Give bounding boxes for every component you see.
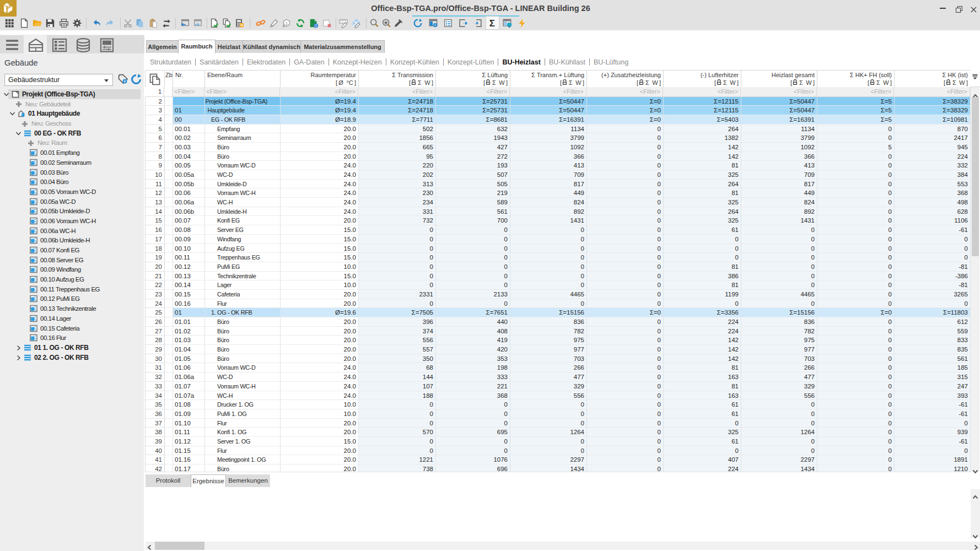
- svg-text:1: 1: [286, 21, 288, 26]
- svg-text:Σ: Σ: [489, 18, 495, 28]
